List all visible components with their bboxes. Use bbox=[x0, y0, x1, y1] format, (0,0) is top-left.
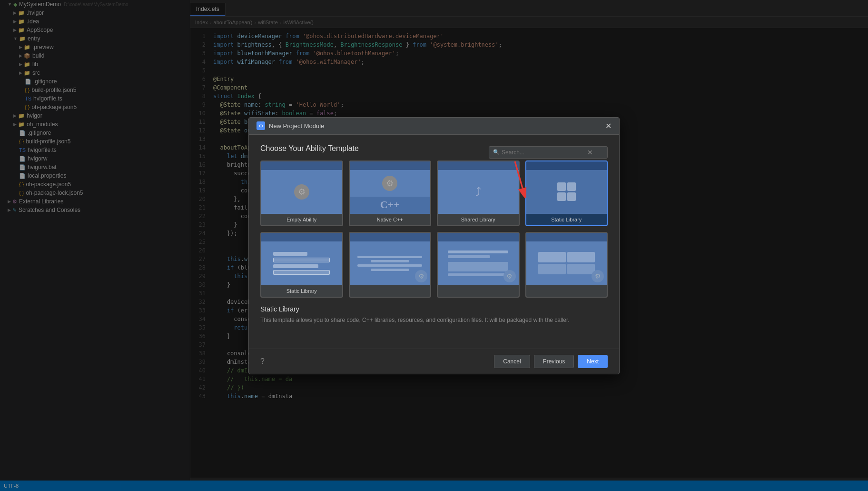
modal-title: New Project Module bbox=[269, 122, 324, 130]
footer-buttons: Cancel Previous Next bbox=[494, 355, 608, 368]
modal-header-left: ⚙ New Project Module bbox=[256, 121, 324, 130]
template-preview-7: ⚙ bbox=[438, 233, 519, 285]
template-card-form[interactable]: Static Library bbox=[260, 232, 343, 298]
template-name-static1: Static Library bbox=[549, 214, 583, 225]
next-button[interactable]: Next bbox=[578, 355, 608, 368]
cpp-label: C++ bbox=[350, 197, 431, 214]
modal-body: Choose Your Ability Template 🔍 ✕ ⚙ bbox=[249, 135, 619, 349]
shared-preview-icon: ⤴ bbox=[475, 185, 481, 199]
template-card-7[interactable]: ⚙ bbox=[437, 232, 520, 298]
gear-small-icon-8: ⚙ bbox=[592, 270, 604, 282]
template-name-shared: Shared Library bbox=[459, 214, 497, 225]
template-preview-6: ⚙ bbox=[350, 233, 431, 285]
selected-template-name: Static Library bbox=[260, 305, 608, 313]
template-preview-cpp: ⚙ C++ bbox=[350, 161, 431, 214]
list-preview-icon bbox=[357, 254, 422, 273]
help-icon[interactable]: ? bbox=[260, 357, 265, 366]
template-preview-form bbox=[261, 233, 342, 285]
modal-close-button[interactable]: ✕ bbox=[605, 121, 612, 130]
search-icon: 🔍 bbox=[493, 149, 500, 155]
search-input[interactable] bbox=[502, 149, 587, 156]
template-name-form: Static Library bbox=[285, 285, 319, 297]
template-grid: ⚙ Empty Ability ⚙ C++ bbox=[260, 160, 608, 298]
template-card-empty[interactable]: ⚙ Empty Ability bbox=[260, 160, 343, 226]
modal-overlay: ⚙ New Project Module ✕ Choose Your Abili… bbox=[0, 0, 868, 491]
previous-button[interactable]: Previous bbox=[534, 355, 574, 368]
template-card-6[interactable]: ⚙ bbox=[349, 232, 432, 298]
template-card-8[interactable]: ⚙ bbox=[525, 232, 608, 298]
template-preview-static1 bbox=[526, 161, 607, 214]
template-name-7 bbox=[476, 285, 480, 291]
modal-footer: ? Cancel Previous Next bbox=[249, 349, 619, 374]
empty-preview-icon: ⚙ bbox=[294, 184, 309, 200]
form-preview-icon bbox=[273, 252, 330, 275]
cancel-button[interactable]: Cancel bbox=[494, 355, 530, 368]
template-name-6 bbox=[388, 285, 392, 291]
template-name-empty: Empty Ability bbox=[285, 214, 318, 225]
cpp-preview-icon: ⚙ bbox=[382, 176, 397, 191]
gear-small-icon: ⚙ bbox=[415, 270, 427, 282]
selected-template-desc: This template allows you to share code, … bbox=[260, 316, 608, 324]
template-preview-empty: ⚙ bbox=[261, 161, 342, 214]
template-card-static1[interactable]: Static Library bbox=[525, 160, 608, 226]
template-card-cpp[interactable]: ⚙ C++ Native C++ bbox=[349, 160, 432, 226]
template-name-cpp: Native C++ bbox=[375, 214, 405, 225]
gear-small-icon-7: ⚙ bbox=[503, 270, 516, 282]
template-name-8 bbox=[564, 285, 568, 291]
module-icon: ⚙ bbox=[256, 121, 265, 130]
template-preview-8: ⚙ bbox=[526, 233, 607, 285]
new-project-modal: ⚙ New Project Module ✕ Choose Your Abili… bbox=[248, 117, 620, 374]
modal-header: ⚙ New Project Module ✕ bbox=[249, 118, 619, 135]
template-card-shared[interactable]: ⤴ Shared Library bbox=[437, 160, 520, 226]
description-area: Static Library This template allows you … bbox=[260, 305, 608, 328]
template-preview-shared: ⤴ bbox=[438, 161, 519, 214]
search-bar: 🔍 ✕ bbox=[489, 146, 608, 159]
search-clear-button[interactable]: ✕ bbox=[587, 149, 593, 156]
static-preview-icon bbox=[557, 182, 576, 201]
